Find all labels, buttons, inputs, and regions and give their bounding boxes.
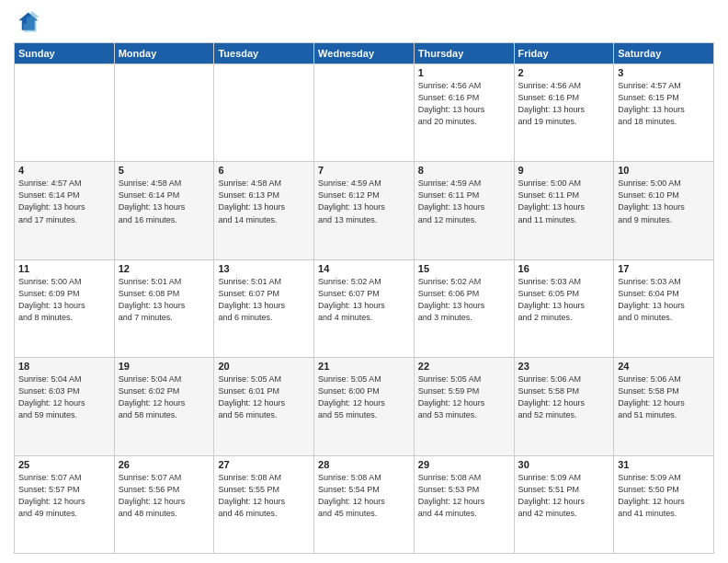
calendar-cell: 3Sunrise: 4:57 AMSunset: 6:15 PMDaylight… <box>614 64 714 162</box>
calendar-cell: 24Sunrise: 5:06 AMSunset: 5:58 PMDayligh… <box>614 358 714 455</box>
day-number: 5 <box>119 165 210 176</box>
day-info: Sunrise: 5:00 AMSunset: 6:11 PMDaylight:… <box>518 178 610 225</box>
calendar-cell: 22Sunrise: 5:05 AMSunset: 5:59 PMDayligh… <box>414 358 514 455</box>
day-number: 2 <box>518 67 610 78</box>
calendar-cell: 30Sunrise: 5:09 AMSunset: 5:51 PMDayligh… <box>514 455 614 553</box>
day-number: 15 <box>418 263 510 274</box>
weekday-header-row: SundayMondayTuesdayWednesdayThursdayFrid… <box>15 43 714 64</box>
day-number: 20 <box>218 361 310 372</box>
day-number: 28 <box>318 459 410 470</box>
day-info: Sunrise: 5:09 AMSunset: 5:50 PMDaylight:… <box>618 472 710 520</box>
day-number: 22 <box>418 361 510 372</box>
week-row-3: 18Sunrise: 5:04 AMSunset: 6:03 PMDayligh… <box>15 358 714 455</box>
day-info: Sunrise: 5:08 AMSunset: 5:55 PMDaylight:… <box>218 472 310 520</box>
day-info: Sunrise: 5:04 AMSunset: 6:02 PMDaylight:… <box>119 373 210 421</box>
day-number: 18 <box>18 361 110 372</box>
weekday-wednesday: Wednesday <box>314 43 415 64</box>
weekday-friday: Friday <box>514 43 614 64</box>
logo-icon <box>14 9 40 35</box>
calendar-cell: 31Sunrise: 5:09 AMSunset: 5:50 PMDayligh… <box>614 455 714 553</box>
day-info: Sunrise: 4:57 AMSunset: 6:15 PMDaylight:… <box>618 80 710 128</box>
calendar-cell: 15Sunrise: 5:02 AMSunset: 6:06 PMDayligh… <box>414 259 514 357</box>
day-info: Sunrise: 5:08 AMSunset: 5:53 PMDaylight:… <box>418 472 510 520</box>
calendar-cell <box>314 64 415 162</box>
day-info: Sunrise: 5:07 AMSunset: 5:56 PMDaylight:… <box>119 472 210 520</box>
calendar-cell: 6Sunrise: 4:58 AMSunset: 6:13 PMDaylight… <box>214 162 314 259</box>
calendar-cell <box>114 64 214 162</box>
calendar-cell: 17Sunrise: 5:03 AMSunset: 6:04 PMDayligh… <box>614 259 714 357</box>
calendar-cell: 28Sunrise: 5:08 AMSunset: 5:54 PMDayligh… <box>314 455 415 553</box>
calendar-cell: 25Sunrise: 5:07 AMSunset: 5:57 PMDayligh… <box>15 455 115 553</box>
day-info: Sunrise: 5:07 AMSunset: 5:57 PMDaylight:… <box>18 472 110 520</box>
day-info: Sunrise: 4:57 AMSunset: 6:14 PMDaylight:… <box>18 178 110 225</box>
weekday-thursday: Thursday <box>414 43 514 64</box>
calendar-cell: 29Sunrise: 5:08 AMSunset: 5:53 PMDayligh… <box>414 455 514 553</box>
day-info: Sunrise: 5:06 AMSunset: 5:58 PMDaylight:… <box>518 373 610 421</box>
calendar-cell: 13Sunrise: 5:01 AMSunset: 6:07 PMDayligh… <box>214 259 314 357</box>
calendar-cell: 12Sunrise: 5:01 AMSunset: 6:08 PMDayligh… <box>114 259 214 357</box>
calendar-cell: 26Sunrise: 5:07 AMSunset: 5:56 PMDayligh… <box>114 455 214 553</box>
calendar-cell: 1Sunrise: 4:56 AMSunset: 6:16 PMDaylight… <box>414 64 514 162</box>
day-info: Sunrise: 5:02 AMSunset: 6:06 PMDaylight:… <box>418 276 510 324</box>
calendar-cell: 10Sunrise: 5:00 AMSunset: 6:10 PMDayligh… <box>614 162 714 259</box>
weekday-tuesday: Tuesday <box>214 43 314 64</box>
day-info: Sunrise: 5:09 AMSunset: 5:51 PMDaylight:… <box>518 472 610 520</box>
day-number: 31 <box>618 459 710 470</box>
day-info: Sunrise: 5:03 AMSunset: 6:04 PMDaylight:… <box>618 276 710 324</box>
calendar-cell: 23Sunrise: 5:06 AMSunset: 5:58 PMDayligh… <box>514 358 614 455</box>
day-info: Sunrise: 5:05 AMSunset: 6:00 PMDaylight:… <box>318 373 410 421</box>
calendar-cell: 14Sunrise: 5:02 AMSunset: 6:07 PMDayligh… <box>314 259 415 357</box>
day-info: Sunrise: 4:56 AMSunset: 6:16 PMDaylight:… <box>418 80 510 128</box>
day-info: Sunrise: 5:03 AMSunset: 6:05 PMDaylight:… <box>518 276 610 324</box>
week-row-0: 1Sunrise: 4:56 AMSunset: 6:16 PMDaylight… <box>15 64 714 162</box>
day-number: 1 <box>418 67 510 78</box>
day-number: 14 <box>318 263 410 274</box>
weekday-saturday: Saturday <box>614 43 714 64</box>
day-info: Sunrise: 4:59 AMSunset: 6:11 PMDaylight:… <box>418 178 510 225</box>
day-info: Sunrise: 5:05 AMSunset: 5:59 PMDaylight:… <box>418 373 510 421</box>
logo <box>14 9 43 35</box>
day-number: 29 <box>418 459 510 470</box>
day-number: 13 <box>218 263 310 274</box>
week-row-4: 25Sunrise: 5:07 AMSunset: 5:57 PMDayligh… <box>15 455 714 553</box>
day-info: Sunrise: 5:04 AMSunset: 6:03 PMDaylight:… <box>18 373 110 421</box>
day-number: 7 <box>318 165 410 176</box>
day-info: Sunrise: 4:59 AMSunset: 6:12 PMDaylight:… <box>318 178 410 225</box>
calendar-cell: 2Sunrise: 4:56 AMSunset: 6:16 PMDaylight… <box>514 64 614 162</box>
calendar-cell: 5Sunrise: 4:58 AMSunset: 6:14 PMDaylight… <box>114 162 214 259</box>
calendar-cell: 18Sunrise: 5:04 AMSunset: 6:03 PMDayligh… <box>15 358 115 455</box>
day-number: 17 <box>618 263 710 274</box>
day-number: 3 <box>618 67 710 78</box>
calendar-header: SundayMondayTuesdayWednesdayThursdayFrid… <box>15 43 714 64</box>
day-number: 12 <box>119 263 210 274</box>
week-row-1: 4Sunrise: 4:57 AMSunset: 6:14 PMDaylight… <box>15 162 714 259</box>
day-number: 23 <box>518 361 610 372</box>
day-info: Sunrise: 5:05 AMSunset: 6:01 PMDaylight:… <box>218 373 310 421</box>
calendar-cell: 20Sunrise: 5:05 AMSunset: 6:01 PMDayligh… <box>214 358 314 455</box>
day-number: 30 <box>518 459 610 470</box>
calendar-cell: 16Sunrise: 5:03 AMSunset: 6:05 PMDayligh… <box>514 259 614 357</box>
day-number: 24 <box>618 361 710 372</box>
calendar-cell: 21Sunrise: 5:05 AMSunset: 6:00 PMDayligh… <box>314 358 415 455</box>
day-number: 19 <box>119 361 210 372</box>
day-info: Sunrise: 5:06 AMSunset: 5:58 PMDaylight:… <box>618 373 710 421</box>
day-info: Sunrise: 4:58 AMSunset: 6:13 PMDaylight:… <box>218 178 310 225</box>
day-number: 16 <box>518 263 610 274</box>
calendar-table: SundayMondayTuesdayWednesdayThursdayFrid… <box>14 42 714 554</box>
calendar-cell <box>214 64 314 162</box>
calendar-cell: 4Sunrise: 4:57 AMSunset: 6:14 PMDaylight… <box>15 162 115 259</box>
calendar-cell: 19Sunrise: 5:04 AMSunset: 6:02 PMDayligh… <box>114 358 214 455</box>
weekday-monday: Monday <box>114 43 214 64</box>
calendar-cell: 8Sunrise: 4:59 AMSunset: 6:11 PMDaylight… <box>414 162 514 259</box>
day-number: 27 <box>218 459 310 470</box>
calendar-body: 1Sunrise: 4:56 AMSunset: 6:16 PMDaylight… <box>15 64 714 554</box>
day-number: 25 <box>18 459 110 470</box>
day-number: 26 <box>119 459 210 470</box>
calendar-cell: 7Sunrise: 4:59 AMSunset: 6:12 PMDaylight… <box>314 162 415 259</box>
day-info: Sunrise: 5:01 AMSunset: 6:08 PMDaylight:… <box>119 276 210 324</box>
day-info: Sunrise: 5:08 AMSunset: 5:54 PMDaylight:… <box>318 472 410 520</box>
day-info: Sunrise: 4:56 AMSunset: 6:16 PMDaylight:… <box>518 80 610 128</box>
day-number: 10 <box>618 165 710 176</box>
day-info: Sunrise: 4:58 AMSunset: 6:14 PMDaylight:… <box>119 178 210 225</box>
day-number: 9 <box>518 165 610 176</box>
